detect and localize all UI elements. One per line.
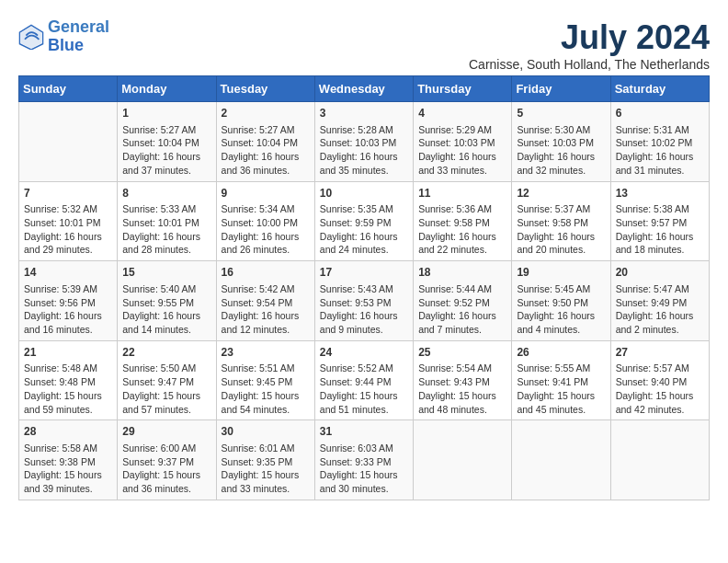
day-number: 30: [222, 424, 310, 440]
weekday-header: Wednesday: [314, 76, 413, 102]
day-info: Sunrise: 5:40 AM Sunset: 9:55 PM Dayligh…: [122, 282, 210, 337]
day-number: 16: [222, 265, 310, 281]
day-info: Sunrise: 5:51 AM Sunset: 9:45 PM Dayligh…: [222, 362, 310, 416]
calendar-cell: 16Sunrise: 5:42 AM Sunset: 9:54 PM Dayli…: [216, 261, 314, 341]
calendar-cell: [610, 420, 709, 500]
day-info: Sunrise: 5:27 AM Sunset: 10:04 PM Daylig…: [222, 123, 310, 178]
calendar-cell: 12Sunrise: 5:37 AM Sunset: 9:58 PM Dayli…: [512, 181, 610, 261]
calendar-cell: 9Sunrise: 5:34 AM Sunset: 10:00 PM Dayli…: [216, 181, 314, 261]
calendar-cell: 10Sunrise: 5:35 AM Sunset: 9:59 PM Dayli…: [314, 181, 413, 261]
day-number: 11: [418, 186, 506, 201]
day-info: Sunrise: 5:44 AM Sunset: 9:52 PM Dayligh…: [418, 282, 506, 337]
month-title: July 2024: [469, 18, 710, 57]
day-number: 15: [122, 265, 210, 281]
day-number: 13: [616, 186, 704, 201]
day-number: 7: [24, 186, 112, 201]
weekday-header: Thursday: [414, 76, 512, 102]
day-info: Sunrise: 5:45 AM Sunset: 9:50 PM Dayligh…: [517, 282, 605, 337]
day-number: 28: [24, 424, 112, 440]
calendar-week-row: 1Sunrise: 5:27 AM Sunset: 10:04 PM Dayli…: [19, 102, 710, 182]
calendar-cell: 13Sunrise: 5:38 AM Sunset: 9:57 PM Dayli…: [610, 181, 709, 261]
day-number: 23: [222, 345, 310, 361]
day-info: Sunrise: 5:50 AM Sunset: 9:47 PM Dayligh…: [122, 362, 210, 416]
title-block: July 2024 Carnisse, South Holland, The N…: [469, 18, 710, 72]
day-info: Sunrise: 5:42 AM Sunset: 9:54 PM Dayligh…: [222, 282, 310, 337]
calendar-cell: 17Sunrise: 5:43 AM Sunset: 9:53 PM Dayli…: [314, 261, 413, 341]
weekday-header-row: SundayMondayTuesdayWednesdayThursdayFrid…: [19, 76, 710, 102]
calendar-cell: [414, 420, 512, 500]
day-number: 24: [320, 345, 408, 361]
calendar-cell: 31Sunrise: 6:03 AM Sunset: 9:33 PM Dayli…: [314, 420, 413, 500]
calendar-table: SundayMondayTuesdayWednesdayThursdayFrid…: [18, 75, 710, 500]
logo: GeneralBlue: [18, 18, 109, 55]
day-info: Sunrise: 5:28 AM Sunset: 10:03 PM Daylig…: [320, 123, 408, 178]
day-info: Sunrise: 5:33 AM Sunset: 10:01 PM Daylig…: [122, 202, 210, 257]
location-subtitle: Carnisse, South Holland, The Netherlands: [469, 57, 710, 72]
calendar-cell: 26Sunrise: 5:55 AM Sunset: 9:41 PM Dayli…: [512, 340, 610, 420]
day-number: 27: [616, 345, 704, 361]
day-info: Sunrise: 5:31 AM Sunset: 10:02 PM Daylig…: [616, 123, 704, 178]
day-info: Sunrise: 5:38 AM Sunset: 9:57 PM Dayligh…: [616, 202, 704, 257]
weekday-header: Monday: [118, 76, 216, 102]
calendar-cell: 21Sunrise: 5:48 AM Sunset: 9:48 PM Dayli…: [19, 340, 118, 420]
day-number: 8: [122, 186, 210, 201]
calendar-cell: 6Sunrise: 5:31 AM Sunset: 10:02 PM Dayli…: [610, 102, 709, 182]
day-number: 29: [122, 424, 210, 440]
day-number: 18: [418, 265, 506, 281]
calendar-cell: 22Sunrise: 5:50 AM Sunset: 9:47 PM Dayli…: [118, 340, 216, 420]
weekday-header: Saturday: [610, 76, 709, 102]
day-info: Sunrise: 5:32 AM Sunset: 10:01 PM Daylig…: [24, 202, 112, 257]
day-info: Sunrise: 5:35 AM Sunset: 9:59 PM Dayligh…: [320, 202, 408, 257]
calendar-cell: 8Sunrise: 5:33 AM Sunset: 10:01 PM Dayli…: [118, 181, 216, 261]
weekday-header: Tuesday: [216, 76, 314, 102]
day-info: Sunrise: 5:54 AM Sunset: 9:43 PM Dayligh…: [418, 362, 506, 416]
calendar-cell: 23Sunrise: 5:51 AM Sunset: 9:45 PM Dayli…: [216, 340, 314, 420]
calendar-cell: 5Sunrise: 5:30 AM Sunset: 10:03 PM Dayli…: [512, 102, 610, 182]
calendar-cell: 25Sunrise: 5:54 AM Sunset: 9:43 PM Dayli…: [414, 340, 512, 420]
day-info: Sunrise: 5:29 AM Sunset: 10:03 PM Daylig…: [418, 123, 506, 178]
calendar-cell: 7Sunrise: 5:32 AM Sunset: 10:01 PM Dayli…: [19, 181, 118, 261]
calendar-cell: 29Sunrise: 6:00 AM Sunset: 9:37 PM Dayli…: [118, 420, 216, 500]
day-info: Sunrise: 5:47 AM Sunset: 9:49 PM Dayligh…: [616, 282, 704, 337]
day-info: Sunrise: 5:27 AM Sunset: 10:04 PM Daylig…: [122, 123, 210, 178]
calendar-cell: 19Sunrise: 5:45 AM Sunset: 9:50 PM Dayli…: [512, 261, 610, 341]
calendar-cell: 27Sunrise: 5:57 AM Sunset: 9:40 PM Dayli…: [610, 340, 709, 420]
calendar-cell: 4Sunrise: 5:29 AM Sunset: 10:03 PM Dayli…: [414, 102, 512, 182]
calendar-cell: 24Sunrise: 5:52 AM Sunset: 9:44 PM Dayli…: [314, 340, 413, 420]
day-number: 5: [517, 106, 605, 121]
day-number: 1: [122, 106, 210, 121]
day-info: Sunrise: 5:58 AM Sunset: 9:38 PM Dayligh…: [24, 442, 112, 496]
weekday-header: Friday: [512, 76, 610, 102]
day-info: Sunrise: 5:39 AM Sunset: 9:56 PM Dayligh…: [24, 282, 112, 337]
calendar-week-row: 14Sunrise: 5:39 AM Sunset: 9:56 PM Dayli…: [19, 261, 710, 341]
day-number: 6: [616, 106, 704, 121]
logo-icon: [18, 24, 44, 50]
day-info: Sunrise: 6:01 AM Sunset: 9:35 PM Dayligh…: [222, 442, 310, 496]
logo-text: GeneralBlue: [48, 18, 109, 55]
calendar-cell: 11Sunrise: 5:36 AM Sunset: 9:58 PM Dayli…: [414, 181, 512, 261]
day-number: 3: [320, 106, 408, 121]
page-header: GeneralBlue July 2024 Carnisse, South Ho…: [18, 18, 710, 72]
calendar-cell: 20Sunrise: 5:47 AM Sunset: 9:49 PM Dayli…: [610, 261, 709, 341]
day-number: 9: [222, 186, 310, 201]
calendar-cell: 3Sunrise: 5:28 AM Sunset: 10:03 PM Dayli…: [314, 102, 413, 182]
day-number: 25: [418, 345, 506, 361]
calendar-cell: [512, 420, 610, 500]
day-number: 14: [24, 265, 112, 281]
calendar-cell: 28Sunrise: 5:58 AM Sunset: 9:38 PM Dayli…: [19, 420, 118, 500]
day-number: 26: [517, 345, 605, 361]
day-number: 2: [222, 106, 310, 121]
day-info: Sunrise: 5:52 AM Sunset: 9:44 PM Dayligh…: [320, 362, 408, 416]
calendar-cell: 1Sunrise: 5:27 AM Sunset: 10:04 PM Dayli…: [118, 102, 216, 182]
calendar-cell: 15Sunrise: 5:40 AM Sunset: 9:55 PM Dayli…: [118, 261, 216, 341]
calendar-cell: 30Sunrise: 6:01 AM Sunset: 9:35 PM Dayli…: [216, 420, 314, 500]
day-number: 21: [24, 345, 112, 361]
day-info: Sunrise: 6:03 AM Sunset: 9:33 PM Dayligh…: [320, 442, 408, 496]
calendar-week-row: 21Sunrise: 5:48 AM Sunset: 9:48 PM Dayli…: [19, 340, 710, 420]
day-info: Sunrise: 5:30 AM Sunset: 10:03 PM Daylig…: [517, 123, 605, 178]
day-number: 20: [616, 265, 704, 281]
day-number: 17: [320, 265, 408, 281]
calendar-cell: 2Sunrise: 5:27 AM Sunset: 10:04 PM Dayli…: [216, 102, 314, 182]
day-info: Sunrise: 6:00 AM Sunset: 9:37 PM Dayligh…: [122, 442, 210, 496]
calendar-week-row: 28Sunrise: 5:58 AM Sunset: 9:38 PM Dayli…: [19, 420, 710, 500]
